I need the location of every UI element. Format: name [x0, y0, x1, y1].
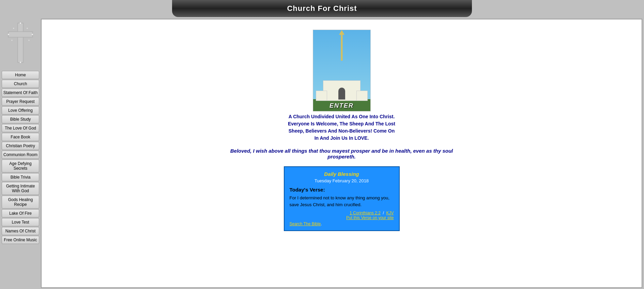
sidebar-item-church[interactable]: Church — [2, 80, 39, 88]
svg-point-7 — [27, 28, 28, 29]
sidebar-item-home[interactable]: Home — [2, 71, 39, 79]
logo — [4, 19, 37, 68]
verse-reference-link[interactable]: 1 Corinthians 2:2 — [350, 211, 381, 215]
svg-point-9 — [29, 40, 30, 41]
sidebar-item-the-love-of-god[interactable]: The Love Of God — [2, 124, 39, 132]
sidebar-item-statement-of-faith[interactable]: Statement Of Faith — [2, 89, 39, 97]
sidebar-item-lake-of-fire[interactable]: Lake Of Fire — [2, 209, 39, 217]
sidebar-item-age-defying-secrets[interactable]: Age Defying Secrets — [2, 159, 39, 172]
sidebar-item-getting-intimate-with-god[interactable]: Getting Intimate With God — [2, 182, 39, 195]
svg-point-3 — [8, 34, 9, 35]
sidebar-item-prayer-request[interactable]: Prayer Request — [2, 97, 39, 106]
sidebar-item-bible-study[interactable]: Bible Study — [2, 115, 39, 123]
image-placeholder — [340, 25, 343, 28]
sidebar-item-face-book[interactable]: Face Book — [2, 133, 39, 141]
svg-point-6 — [13, 28, 14, 29]
verse-links: 1 Corinthians 2:2 / KJV Put this Verse o… — [290, 211, 394, 220]
put-verse-link[interactable]: Put this Verse on your site — [346, 215, 394, 220]
svg-point-8 — [12, 40, 13, 41]
svg-point-5 — [20, 62, 21, 63]
scripture-verse: Beloved, I wish above all things that th… — [223, 148, 461, 159]
verse-content: For I determined not to know any thing a… — [290, 195, 394, 208]
sidebar-item-love-test[interactable]: Love Test — [2, 218, 39, 226]
daily-blessing-box: Daily Blessing Tuesday February 20, 2018… — [284, 166, 400, 231]
church-section: ENTER A Church Undivided United As One I… — [47, 25, 637, 142]
verse-label: Today's Verse: — [290, 187, 394, 193]
sidebar-item-gods-healing-recipe[interactable]: Gods Healing Recipe — [2, 196, 39, 209]
blessing-title: Daily Blessing — [290, 171, 394, 177]
svg-point-4 — [32, 34, 33, 35]
welcome-text: A Church Undivided United As One Into Ch… — [288, 113, 395, 142]
church-image[interactable]: ENTER — [313, 30, 371, 111]
sidebar-item-christian-poetry[interactable]: Christian Poetry — [2, 142, 39, 150]
svg-rect-0 — [18, 23, 23, 62]
page-title: Church For Christ — [172, 4, 472, 13]
sidebar-item-free-online-music[interactable]: Free Online Music — [2, 236, 39, 244]
main-content: ENTER A Church Undivided United As One I… — [41, 19, 642, 288]
sidebar: HomeChurchStatement Of FaithPrayer Reque… — [0, 17, 41, 289]
svg-point-2 — [20, 22, 21, 24]
sidebar-item-love-offering[interactable]: Love Offering — [2, 106, 39, 115]
blessing-date: Tuesday February 20, 2018 — [290, 178, 394, 183]
sidebar-item-names-of-christ[interactable]: Names Of Christ — [2, 227, 39, 235]
enter-label[interactable]: ENTER — [329, 102, 354, 109]
search-bible-area: Search The Bible. — [290, 222, 394, 226]
svg-rect-1 — [9, 32, 32, 37]
sidebar-item-bible-trivia[interactable]: Bible Trivia — [2, 173, 39, 181]
version-link[interactable]: KJV — [386, 211, 394, 215]
sidebar-item-communion-room[interactable]: Communion Room — [2, 151, 39, 159]
search-bible-link[interactable]: Search The Bible — [290, 222, 321, 226]
navigation: HomeChurchStatement Of FaithPrayer Reque… — [2, 71, 39, 245]
page-header: Church For Christ — [172, 0, 472, 17]
